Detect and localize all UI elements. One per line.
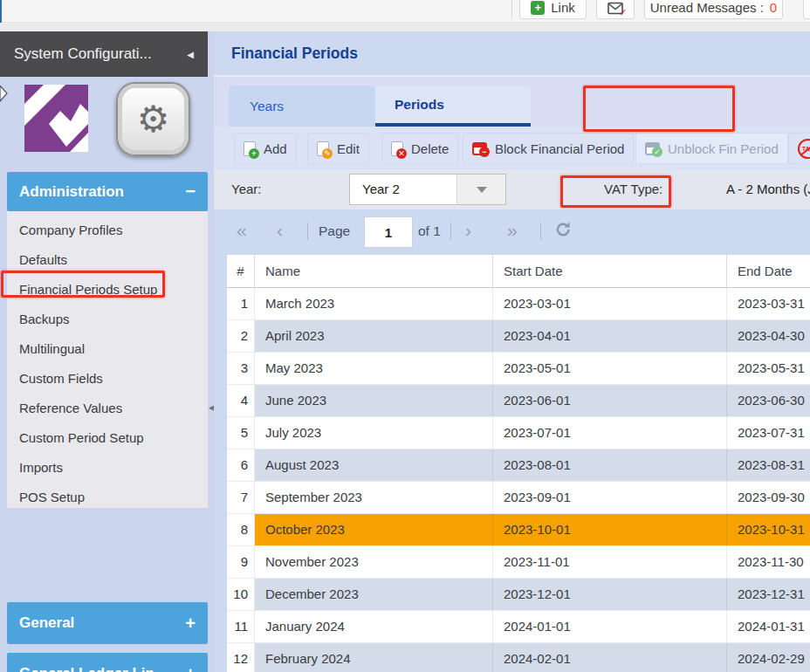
cell: 2023-05-01: [493, 353, 727, 384]
sidebar-item-custom-period-setup[interactable]: Custom Period Setup: [7, 423, 208, 453]
system-config-app-icon[interactable]: ⚙: [116, 82, 190, 156]
cell: 2023-11-01: [493, 546, 727, 578]
table-row-11[interactable]: 11January 20242024-01-012024-01-31: [227, 611, 810, 643]
add-document-icon: +: [244, 141, 256, 156]
column-header-2[interactable]: Start Date: [493, 255, 727, 287]
cell: November 2023: [255, 546, 493, 578]
edit-button[interactable]: ✎ Edit: [307, 133, 369, 164]
tab-bar: Years Periods: [214, 77, 810, 127]
cell: June 2023: [255, 385, 493, 416]
cell: May 2023: [255, 353, 493, 384]
sidebar-item-reference-values[interactable]: Reference Values: [7, 394, 208, 423]
pagination-divider: [450, 223, 451, 240]
gear-icon: ⚙: [137, 101, 170, 138]
table-row-4[interactable]: 4June 20232023-06-012023-06-30: [227, 385, 810, 417]
mail-check-icon: ✓: [619, 7, 627, 18]
cell: 2023-06-01: [493, 385, 727, 416]
cell: August 2023: [255, 449, 493, 481]
pagination-bar: « ‹ Page of 1 › »: [214, 209, 810, 255]
last-page-button[interactable]: »: [507, 219, 518, 242]
pagination-divider: [540, 223, 541, 240]
dropdown-arrow-button[interactable]: [456, 175, 505, 204]
page-title: Financial Periods: [231, 45, 358, 63]
first-page-button[interactable]: «: [237, 219, 247, 242]
cell: January 2024: [255, 611, 493, 642]
top-toolbar-lower-strip: [0, 23, 810, 31]
cell: 2023-10-31: [727, 514, 810, 545]
link-button[interactable]: + Link: [519, 0, 587, 19]
table-row-8[interactable]: 8October 20232023-10-012023-10-31: [227, 514, 810, 546]
collapse-minus-icon[interactable]: −: [185, 182, 196, 202]
table-row-1[interactable]: 1March 20232023-03-012023-03-31: [227, 288, 810, 320]
row-number-cell: 12: [227, 643, 255, 672]
sidebar-item-pos-setup[interactable]: POS Setup: [7, 483, 208, 512]
year-dropdown[interactable]: Year 2: [349, 174, 506, 205]
cell: 2023-03-31: [727, 288, 810, 319]
unread-messages-count: 0: [770, 0, 777, 15]
next-page-button[interactable]: ›: [465, 219, 471, 242]
sidebar-item-imports[interactable]: Imports: [7, 453, 208, 483]
row-number-cell: 5: [227, 417, 255, 449]
cell: 2023-11-30: [727, 546, 810, 578]
row-number-cell: 7: [227, 482, 255, 513]
cell: September 2023: [255, 482, 493, 513]
tab-years[interactable]: Years: [229, 86, 375, 127]
table-row-10[interactable]: 10December 20232023-12-012023-12-31: [227, 579, 810, 611]
sidebar-item-custom-fields[interactable]: Custom Fields: [7, 364, 208, 394]
prev-page-button[interactable]: ‹: [277, 219, 283, 242]
table-body: 1March 20232023-03-012023-03-312April 20…: [227, 288, 810, 672]
sidebar-item-financial-periods-setup[interactable]: Financial Periods Setup: [7, 275, 208, 305]
table-row-2[interactable]: 2April 20232023-04-012023-04-30: [227, 320, 810, 353]
table-row-9[interactable]: 9November 20232023-11-012023-11-30: [227, 546, 810, 579]
page-number-input[interactable]: [364, 216, 413, 248]
cell: 2023-06-30: [727, 385, 810, 416]
cell: 2023-07-31: [727, 417, 810, 449]
column-header-1[interactable]: Name: [255, 255, 493, 287]
refresh-icon[interactable]: [554, 221, 573, 242]
cell: 2023-09-30: [727, 482, 810, 513]
sidebar-item-backups[interactable]: Backups: [7, 305, 208, 334]
sidebar-section-general-ledger[interactable]: General Ledger Lin... +: [7, 653, 208, 672]
sidebar-item-defaults[interactable]: Defaults: [7, 245, 208, 275]
add-button[interactable]: + Add: [234, 133, 297, 164]
tab-periods[interactable]: Periods: [375, 86, 531, 127]
expand-plus-icon[interactable]: +: [185, 614, 196, 634]
table-row-7[interactable]: 7September 20232023-09-012023-09-30: [227, 482, 810, 514]
actions-toolbar: + Add ✎ Edit ✕ Delete − Block Financial …: [214, 127, 810, 170]
sidebar-section-administration[interactable]: Administration −: [7, 172, 208, 211]
expand-plus-icon[interactable]: +: [185, 664, 196, 672]
table-row-5[interactable]: 5July 20232023-07-012023-07-31: [227, 417, 810, 449]
mail-button[interactable]: ✓: [596, 0, 635, 19]
delete-button[interactable]: ✕ Delete: [381, 133, 458, 164]
tax-button[interactable]: TAX: [788, 133, 810, 164]
sidebar-collapse-icon[interactable]: ◀: [187, 50, 194, 59]
row-number-cell: 10: [227, 579, 255, 610]
link-button-label: Link: [551, 0, 575, 15]
row-number-cell: 11: [227, 611, 255, 642]
unread-messages-label: Unread Messages :: [650, 0, 764, 15]
cell: 2024-01-01: [493, 611, 727, 642]
row-number-cell: 6: [227, 449, 255, 481]
sidebar-item-company-profiles[interactable]: Company Profiles: [7, 216, 208, 245]
cell: 2023-05-31: [727, 353, 810, 384]
table-row-3[interactable]: 3May 20232023-05-012023-05-31: [227, 353, 810, 385]
column-header-0[interactable]: #: [227, 255, 255, 287]
column-header-3[interactable]: End Date: [727, 255, 810, 287]
sidebar-section-general[interactable]: General +: [7, 602, 208, 644]
table-row-12[interactable]: 12February 20242024-02-012024-02-29: [227, 643, 810, 672]
cell: December 2023: [255, 579, 493, 610]
panel-expander-icon[interactable]: [0, 86, 8, 106]
block-financial-period-button[interactable]: − Block Financial Period: [463, 133, 634, 164]
table-row-6[interactable]: 6August 20232023-08-012023-08-31: [227, 449, 810, 482]
cell: March 2023: [255, 288, 493, 319]
unblock-fin-period-button[interactable]: ✓ Unblock Fin Period: [635, 133, 788, 164]
cell: February 2024: [255, 643, 493, 672]
row-number-cell: 4: [227, 385, 255, 416]
administration-label: Administration: [19, 183, 124, 201]
company-logo[interactable]: [24, 85, 88, 152]
toolbar-divider: [511, 0, 512, 19]
tax-stamp-icon: TAX: [798, 139, 810, 159]
unread-messages-button[interactable]: Unread Messages : 0: [644, 0, 783, 19]
partial-toolbar-button[interactable]: [803, 0, 810, 19]
sidebar-item-multilingual[interactable]: Multilingual: [7, 334, 208, 364]
